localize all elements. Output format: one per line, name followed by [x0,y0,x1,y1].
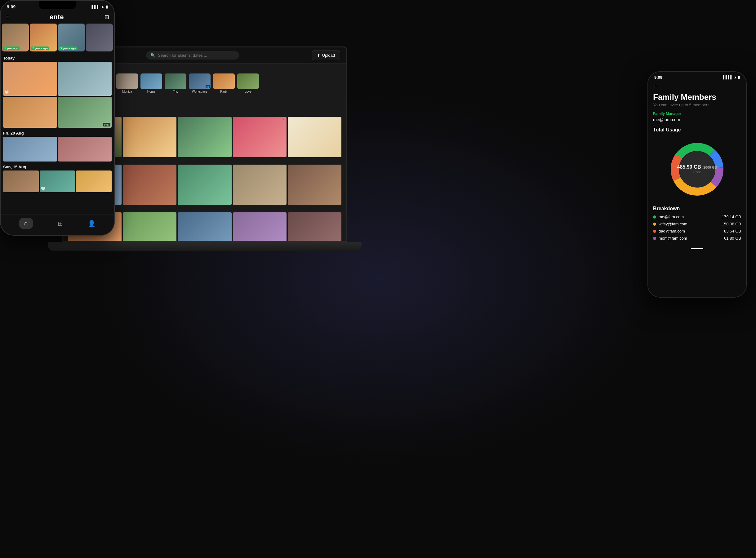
section-fri: Fri, 20 Aug [3,129,111,137]
laptop-photo-12[interactable] [123,212,176,242]
breakdown-email-1: me@fam.com [659,214,684,219]
left-phone-time: 9:09 [7,4,16,9]
family-members-subtitle: You can invite up to 5 members [648,102,746,110]
right-phone: 9:09 ▌▌▌▌ ▲ ▮ ← Family Members You can i… [648,71,747,298]
family-manager-label: Family Manager [648,110,746,117]
albums-icon: ⊞ [58,220,63,227]
album-name-home: Home [147,90,156,93]
breakdown-left-1: me@fam.com [653,214,684,219]
photo-5[interactable] [3,137,57,161]
laptop-photo-3[interactable] [178,117,231,157]
section-today: Today [3,54,111,62]
laptop-photo-10[interactable] [288,164,342,205]
laptop-photo-7[interactable] [123,164,176,205]
photo-8[interactable]: 🤍 [40,171,75,192]
sun-grid: 🤍 [3,171,111,192]
album-thumb-party [213,74,235,89]
laptop-photo-15[interactable] [288,212,342,242]
bottom-nav: ⌂ ⊞ 👤 [1,214,114,235]
nav-albums[interactable]: ⊞ [58,220,63,227]
photo-1[interactable]: 🤍 [3,62,57,96]
left-phone-content: Today 🤍 0:57 Fri, 20 Aug [1,51,114,194]
album-name-love: Love [245,90,251,93]
heart-icon-2: 🤍 [41,187,46,191]
album-thumb-love [237,74,259,89]
laptop-photo-13[interactable] [178,212,231,242]
breakdown-email-3: dad@fam.com [659,229,685,233]
scroll-indicator [691,248,703,249]
left-phone-status-icons: ▌▌▌ ▲ ▮ [92,5,108,9]
memory-badge-3: 3 years ago [59,47,77,50]
breakdown-size-3: 83.54 GB [724,229,741,233]
breakdown-row-1: me@fam.com 179.14 GB [653,214,741,219]
rp-signal-icon: ▌▌▌▌ [723,75,733,79]
upload-icon: ⬆ [317,53,320,58]
photo-2[interactable] [58,62,112,96]
right-phone-statusbar: 9:09 ▌▌▌▌ ▲ ▮ [648,72,746,81]
laptop-photo-14[interactable] [233,212,286,242]
laptop-photo-4[interactable]: 📍 [233,117,286,157]
album-monica[interactable]: Monica [116,74,138,94]
album-trip[interactable]: Trip [165,74,186,94]
add-photo-icon[interactable]: ⊞ [104,14,109,21]
album-home[interactable]: Home [141,74,162,94]
breakdown-size-4: 61.80 GB [724,236,741,240]
album-party[interactable]: Party [213,74,235,94]
breakdown-section: Breakdown me@fam.com 179.14 GB wifey@fam… [648,203,746,246]
left-phone-app-title: ente [50,13,64,21]
nav-home[interactable]: ⌂ [19,218,33,229]
rp-wifi-icon: ▲ [734,75,737,79]
rp-battery-icon: ▮ [738,75,740,79]
album-workspace[interactable]: 👥 Workspace [189,74,210,94]
right-phone-status-icons: ▌▌▌▌ ▲ ▮ [723,75,740,79]
breakdown-email-2: wifey@fam.com [659,222,687,226]
album-name-party: Party [220,90,227,93]
photo-4[interactable]: 0:57 [58,97,112,128]
section-sun: Sun, 15 Aug [3,163,111,171]
breakdown-email-4: mom@fam.com [659,236,687,240]
laptop-photo-5[interactable] [288,117,342,157]
breakdown-left-3: dad@fam.com [653,229,685,233]
breakdown-title: Breakdown [653,206,741,211]
photo-9[interactable] [76,171,111,192]
album-name-trip: Trip [173,90,178,93]
breakdown-dot-3 [653,230,656,233]
breakdown-dot-2 [653,223,656,226]
album-thumb-home [141,74,162,89]
photo-6[interactable] [58,137,112,161]
video-duration-1: 0:57 [103,123,110,126]
donut-used-label: Used [677,170,717,174]
photo-3[interactable] [3,97,57,128]
album-name-workspace: Workspace [192,90,207,93]
album-thumb-workspace: 👥 [189,74,210,89]
album-love[interactable]: Love [237,74,259,94]
breakdown-size-2: 150.08 GB [722,222,741,226]
laptop-photo-8[interactable] [178,164,231,205]
memory-item-1[interactable]: 1 year ago [2,24,29,51]
breakdown-row-3: dad@fam.com 83.54 GB [653,229,741,233]
family-members-title: Family Members [648,91,746,102]
memory-item-3[interactable]: 3 years ago [58,24,85,51]
laptop-photo-2[interactable] [123,117,176,157]
album-name-monica: Monica [122,90,132,93]
memory-item-2[interactable]: 2 years ago [30,24,57,51]
memory-item-4[interactable] [86,24,113,51]
nav-people[interactable]: 👤 [88,220,96,227]
back-button[interactable]: ← [653,83,659,89]
breakdown-left-2: wifey@fam.com [653,222,687,226]
phone-notch [39,1,76,9]
upload-button[interactable]: ⬆ Upload [312,51,340,60]
search-input[interactable] [158,53,235,58]
people-icon: 👤 [88,220,96,227]
donut-chart-container: 485.90 GB /2000 GB Used [648,135,746,203]
breakdown-row-2: wifey@fam.com 150.08 GB [653,222,741,226]
battery-icon: ▮ [106,5,108,9]
menu-icon[interactable]: ≡ [6,14,9,21]
photo-7[interactable] [3,171,39,192]
memory-badge-2: 2 years ago [31,47,49,50]
total-usage-label: Total Usage [648,125,746,135]
wifi-icon: ▲ [101,5,104,9]
laptop-photo-9[interactable] [233,164,286,205]
album-thumb-trip [165,74,186,89]
donut-gb-value: 485.90 GB /2000 GB [677,164,717,170]
